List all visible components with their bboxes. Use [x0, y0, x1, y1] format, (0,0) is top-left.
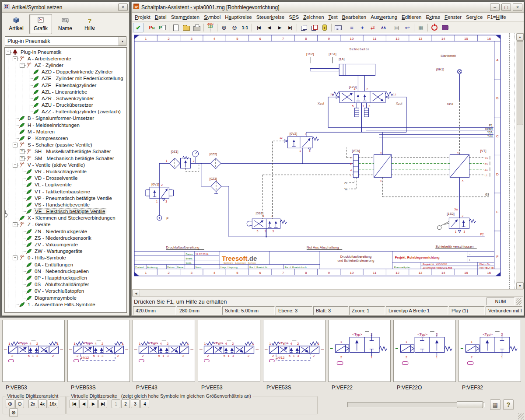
menu-zeichnen[interactable]: Zeichnen: [301, 14, 326, 20]
sheet-overview-button[interactable]: [298, 23, 309, 32]
tree-item-azu[interactable]: AZU - Druckübersetzer: [5, 102, 126, 108]
symbol-preview-canvas[interactable]: 1 1 <Typ> 4 2 5 1 3 2 2 14/12: [263, 320, 326, 382]
menu-extras[interactable]: Extras: [424, 14, 442, 20]
main-close-button[interactable]: ×: [513, 4, 522, 11]
keyboard-button[interactable]: [333, 23, 343, 32]
menu-bearbeiten[interactable]: Bearbeiten: [340, 14, 369, 20]
tree-item-zw[interactable]: ZW - Wartungsgeräte: [5, 248, 126, 255]
menu-service[interactable]: Service: [464, 14, 485, 20]
symbol-toolbar-grafik-button[interactable]: Grafik: [29, 14, 52, 34]
menu-stammdaten[interactable]: Stammdaten: [169, 14, 202, 20]
digitizer-2x-button[interactable]: 2x: [28, 399, 37, 408]
tree-item-0[interactable]: −0 - Hilfs-Symbole: [5, 255, 126, 261]
digitizer-zoom-out-button[interactable]: ⊖: [15, 399, 24, 408]
digitizer-4x-button[interactable]: 4x: [38, 399, 47, 408]
tree-item-zn[interactable]: ZN - Niederdruckgeräte: [5, 228, 126, 234]
tree-item-ve[interactable]: VE - Elektrisch betätigte Ventile: [5, 208, 126, 215]
tree-expander-icon[interactable]: +: [20, 156, 24, 161]
open-project-button[interactable]: [181, 23, 192, 32]
menu-f1hilfe[interactable]: F1=Hilfe: [485, 14, 508, 20]
chevron-down-icon[interactable]: ▼: [119, 37, 126, 46]
menu-text[interactable]: Text: [326, 14, 340, 20]
tree-expander-icon[interactable]: −: [13, 222, 18, 227]
tree-expander-icon[interactable]: +: [20, 149, 24, 154]
menu-editieren[interactable]: Editieren: [399, 14, 424, 20]
vertical-scrollbar[interactable]: ▲ ▼: [516, 33, 523, 290]
tree-expander-icon[interactable]: −: [13, 143, 18, 147]
next-sheet-button[interactable]: ▶: [274, 23, 285, 32]
print-button[interactable]: [192, 23, 202, 32]
tree-item-x[interactable]: X - Klemmen und Steckerverbindungen: [5, 215, 126, 221]
zoom-out-button[interactable]: ⊖: [229, 23, 240, 32]
menu-steuerkreise[interactable]: Steuerkreise: [254, 14, 287, 20]
tree-item-zs[interactable]: ZS - Niederdrucksensorik: [5, 234, 126, 241]
tree-item-vd[interactable]: VD - Drosselventile: [5, 175, 126, 182]
tree-item-diagrammsymbole[interactable]: Diagrammsymbole: [5, 294, 126, 301]
abc-123-button[interactable]: ABC123: [205, 23, 216, 32]
tree-item-m[interactable]: M - Motoren: [5, 128, 126, 135]
tree-item-azd[interactable]: AZD - Doppeltwirkende Zylinder: [5, 69, 126, 75]
page-number-1-button[interactable]: 1: [112, 399, 120, 408]
symbol-window-titlebar[interactable]: Artikel/Symbol setzen ×: [2, 2, 129, 13]
page-number-3-button[interactable]: 3: [131, 399, 140, 408]
tree-item-azl[interactable]: AZL - Linearantriebe: [5, 88, 126, 95]
panel-resize-grip[interactable]: [518, 413, 524, 420]
symbol-preview-p-vef22[interactable]: 1 2 <Typ> 2 1 P:VEF22: [328, 320, 391, 391]
minimize-button[interactable]: –: [490, 4, 500, 11]
tree-item-0a[interactable]: 0A - Entlüftungen: [5, 261, 126, 268]
tree-item-1[interactable]: 1 - Auswertbare Hilfs-Symbole: [5, 301, 126, 308]
tree-item-azz[interactable]: AZZ - Faltenbalgzylinder (zweifach): [5, 108, 126, 115]
symbol-preview-p-vee43[interactable]: 1 1 <Typ> 4 2 5 1 3 2 2 14/12 P:VEE43: [133, 320, 195, 391]
digitizer-16x-button[interactable]: 16x: [48, 399, 58, 408]
symbol-preview-canvas[interactable]: 1 2 <Typ> 2 1: [458, 320, 521, 382]
tree-item-p[interactable]: P - Kompressoren: [5, 135, 126, 141]
symbol-preview-canvas[interactable]: 1 1 <Typ> 4 2 5 1 3 2 2 14/12: [198, 320, 260, 382]
symbol-category-dropdown[interactable]: Plug-in Pneumatik ▼: [5, 36, 126, 46]
tree-item-0p[interactable]: 0P - Hauptdruckquellen: [5, 274, 126, 281]
menu-datei[interactable]: Datei: [153, 14, 169, 20]
first-sheet-button[interactable]: |◀: [253, 23, 264, 32]
insert-point-button[interactable]: +: [357, 23, 368, 32]
drawing-canvas[interactable]: 1122334455667788991010111112121313141415…: [132, 33, 523, 290]
sheet-compare-button[interactable]: [309, 23, 319, 32]
tree-expander-icon[interactable]: −: [13, 56, 18, 61]
tree-item-v[interactable]: −V - Ventile (aktive Ventile): [5, 161, 126, 168]
page-first-button[interactable]: |◀: [70, 399, 78, 408]
symbol-preview-canvas[interactable]: 1 2 <Typ> 2 1: [328, 320, 391, 382]
move-point-button[interactable]: ⇄: [368, 23, 378, 32]
menu-hauptkreise[interactable]: Hauptkreise: [223, 14, 254, 20]
tree-item-vr[interactable]: VR - Rückschlagventile: [5, 168, 126, 175]
symbol-pn-button[interactable]: PN: [147, 23, 157, 32]
preview-zoom-slider[interactable]: [347, 402, 485, 407]
page-next-button[interactable]: ▶: [89, 399, 98, 408]
symbol-preview-p-veb53[interactable]: 1 1 <Typ> 4 2 5 1 3 2 2 14/12 P:VEB53: [2, 320, 65, 391]
symbol-preview-p-vee53[interactable]: 1 1 <Typ> 4 2 5 1 3 2 2 14/12 P:VEE53: [198, 320, 260, 391]
vscroll-thumb[interactable]: [517, 41, 523, 125]
symbol-toolbar-hilfe-button[interactable]: ?Hilfe: [78, 14, 101, 34]
symbol-preview-canvas[interactable]: 1 1 <Typ> 4 2 5 1 3 2 2 14/12: [67, 320, 130, 382]
new-document-button[interactable]: [171, 23, 181, 32]
catalog-button[interactable]: [440, 23, 450, 32]
digitizer-zoom-window-button[interactable]: ⊕: [9, 408, 18, 417]
symbol-preview-p-vef22o[interactable]: 1 2 <Typ> 2 1 P:VEF22O: [393, 320, 456, 391]
symbol-preview-p-vee53s[interactable]: 1 1 <Typ> 4 2 5 1 3 2 2 14/12 P:VEE53S: [263, 320, 326, 391]
line-style-button[interactable]: ≡: [346, 23, 357, 32]
digitizer-zoom-in-button[interactable]: ⊕: [6, 399, 14, 408]
symbol-toolbar-artikel-button[interactable]: Artikel: [5, 14, 28, 34]
page-number-2-button[interactable]: 2: [121, 399, 130, 408]
polyline-button[interactable]: ∧∧: [378, 23, 388, 32]
zoom-1to1-button[interactable]: 1:1: [240, 23, 250, 32]
tree-item-0s[interactable]: 0S - Abluftschalldämpfer: [5, 281, 126, 288]
symbol-window-close-button[interactable]: ×: [118, 4, 128, 11]
scroll-up-icon[interactable]: ▲: [516, 33, 524, 41]
tree-item-aze[interactable]: AZE - Zylinder mit Federrückstellung: [5, 75, 126, 82]
page-last-button[interactable]: ▶|: [98, 399, 107, 408]
page-number-4-button[interactable]: 4: [140, 399, 149, 408]
tree-item-vt[interactable]: VT - Taktkettenbausteine: [5, 188, 126, 195]
page-prev-button[interactable]: ◀: [79, 399, 88, 408]
tree-item-sm[interactable]: +SM - Mechanisch betätigte Schalter: [5, 155, 126, 161]
paste-symbol-button[interactable]: ▤: [392, 23, 402, 32]
resize-grip[interactable]: [516, 298, 522, 305]
symbol-toolbar-name-button[interactable]: Name: [54, 14, 77, 34]
tree-item-h[interactable]: H - Meldeeinrichtungen: [5, 122, 126, 128]
